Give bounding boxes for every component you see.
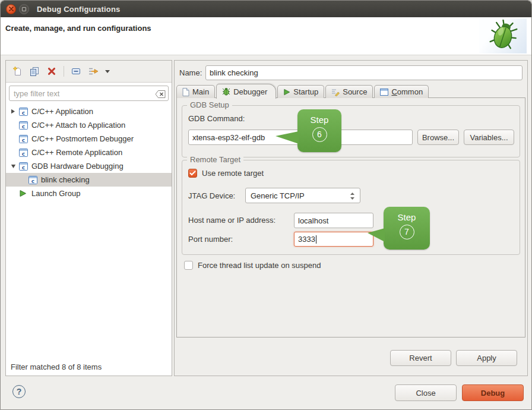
- toolbar-menu-dropdown[interactable]: [103, 64, 112, 78]
- window-title: Debug Configurations: [37, 5, 121, 14]
- svg-text:c: c: [31, 178, 34, 184]
- tab-startup[interactable]: Startup: [277, 85, 324, 98]
- check-icon: [189, 171, 196, 176]
- jtag-device-combo[interactable]: Generic TCP/IP: [245, 188, 360, 203]
- browse-button[interactable]: Browse...: [417, 130, 459, 145]
- tab-common[interactable]: Common: [374, 85, 429, 98]
- callout-text: Step: [384, 212, 430, 222]
- port-number-field[interactable]: 3333: [294, 232, 373, 247]
- jtag-device-label: JTAG Device:: [188, 191, 235, 200]
- collapse-arrow-icon[interactable]: [11, 164, 19, 169]
- bug-icon: [222, 87, 230, 96]
- debug-button[interactable]: Debug: [462, 384, 524, 401]
- bug-icon: [488, 20, 518, 52]
- svg-text:c: c: [22, 123, 25, 129]
- port-value: 3333: [298, 235, 315, 244]
- new-configuration-button[interactable]: [10, 64, 24, 78]
- tree-item-label: Launch Group: [31, 189, 80, 198]
- expand-arrow-icon[interactable]: [11, 109, 19, 114]
- question-mark-icon: ?: [17, 387, 22, 396]
- page-title: Create, manage, and run configurations: [5, 24, 151, 33]
- clear-filter-icon[interactable]: [155, 90, 166, 100]
- delete-configuration-button[interactable]: [45, 64, 59, 78]
- configurations-tree: c C/C++ Application c C/C++ Attach to Ap…: [6, 105, 172, 200]
- svg-text:c: c: [22, 109, 25, 115]
- close-window-button[interactable]: [6, 4, 16, 14]
- group-title: Remote Target: [187, 155, 243, 164]
- toolbar-separator: [64, 66, 64, 77]
- port-label: Port number:: [188, 235, 233, 244]
- tab-label: Common: [391, 87, 423, 96]
- delete-icon: [47, 67, 56, 76]
- force-thread-label: Force thread list update on suspend: [198, 261, 321, 270]
- c-application-icon: c: [19, 135, 29, 143]
- gdb-command-label: GDB Command:: [188, 114, 245, 123]
- tree-item-launch-group[interactable]: Launch Group: [6, 187, 172, 200]
- close-button[interactable]: Close: [395, 384, 457, 401]
- tree-item-label: blink checking: [41, 175, 90, 184]
- duplicate-configuration-button[interactable]: [27, 64, 42, 78]
- button-label: Variables...: [470, 133, 508, 142]
- use-remote-target-label: Use remote target: [202, 169, 264, 178]
- debug-configurations-dialog: Debug Configurations Create, manage, and…: [0, 0, 532, 410]
- tree-item-cpp-remote[interactable]: c C/C++ Remote Application: [6, 146, 172, 159]
- source-icon: [331, 88, 340, 96]
- filter-status-text: Filter matched 8 of 8 items: [11, 362, 102, 371]
- tab-label: Main: [192, 87, 209, 96]
- tree-item-label: C/C++ Attach to Application: [31, 121, 125, 130]
- svg-text:c: c: [22, 150, 25, 156]
- host-label: Host name or IP address:: [188, 216, 276, 225]
- tab-debugger[interactable]: Debugger: [216, 84, 276, 99]
- svg-text:c: c: [22, 137, 25, 143]
- tab-label: Source: [343, 87, 367, 96]
- titlebar: Debug Configurations: [1, 1, 531, 17]
- name-label: Name:: [179, 68, 202, 77]
- tree-item-cpp-postmortem[interactable]: c C/C++ Postmortem Debugger: [6, 132, 172, 146]
- variables-button[interactable]: Variables...: [464, 130, 514, 145]
- tab-source[interactable]: Source: [325, 85, 373, 98]
- use-remote-target-checkbox[interactable]: [188, 169, 197, 178]
- tree-item-label: C/C++ Postmortem Debugger: [31, 134, 134, 143]
- configuration-editor-panel: Name: Main Debugger Startup: [174, 60, 528, 376]
- callout-tail: [368, 228, 385, 242]
- step-6-callout: Step 6: [297, 109, 341, 152]
- tree-item-cpp-attach[interactable]: c C/C++ Attach to Application: [6, 118, 172, 132]
- filter-box: [9, 86, 169, 101]
- c-application-icon: c: [19, 149, 29, 157]
- collapse-all-button[interactable]: [69, 64, 83, 78]
- text-caret: [316, 235, 316, 244]
- tree-item-blink-checking[interactable]: c blink checking: [6, 173, 172, 187]
- maximize-window-button[interactable]: [19, 4, 29, 14]
- group-title: GDB Setup: [187, 100, 232, 109]
- tab-main[interactable]: Main: [176, 85, 215, 98]
- button-label: Apply: [477, 354, 496, 362]
- window-icon: [380, 89, 388, 96]
- filter-configurations-button[interactable]: [86, 64, 100, 78]
- use-remote-target-checkbox-row: Use remote target: [188, 169, 264, 178]
- tree-item-cpp-application[interactable]: c C/C++ Application: [6, 105, 172, 118]
- gdb-setup-group: GDB Setup GDB Command: Browse... Variabl…: [182, 105, 520, 157]
- tab-label: Startup: [293, 87, 318, 96]
- chevron-down-icon: [104, 69, 110, 74]
- dialog-header: Create, manage, and run configurations: [1, 17, 531, 55]
- button-label: Close: [416, 389, 435, 398]
- configurations-panel: c C/C++ Application c C/C++ Attach to Ap…: [5, 60, 172, 376]
- host-field[interactable]: [294, 213, 373, 228]
- filter-input[interactable]: [9, 86, 169, 101]
- maximize-icon: [22, 7, 26, 11]
- force-thread-checkbox[interactable]: [184, 261, 193, 270]
- revert-button[interactable]: Revert: [390, 350, 451, 366]
- document-icon: [182, 88, 189, 96]
- c-application-icon: c: [19, 121, 29, 130]
- bug-logo: [479, 18, 527, 53]
- c-application-icon: c: [19, 162, 29, 171]
- force-thread-checkbox-row: Force thread list update on suspend: [184, 261, 321, 270]
- editor-tabs: Main Debugger Startup S: [176, 83, 430, 98]
- apply-button[interactable]: Apply: [456, 350, 517, 366]
- name-input[interactable]: [205, 65, 522, 80]
- callout-text: Step: [297, 115, 341, 125]
- tree-item-gdb-hardware-debugging[interactable]: c GDB Hardware Debugging: [6, 159, 172, 173]
- debugger-tab-content: GDB Setup GDB Command: Browse... Variabl…: [176, 97, 525, 338]
- tree-item-label: C/C++ Application: [31, 107, 93, 116]
- help-button[interactable]: ?: [12, 385, 26, 398]
